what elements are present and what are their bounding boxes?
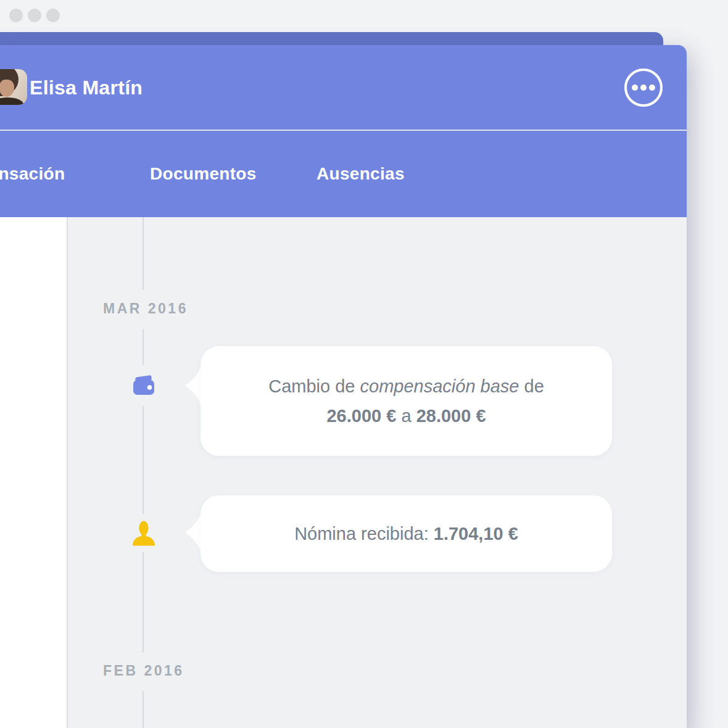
profile-header: Elisa Martín	[0, 45, 687, 130]
event-text-line: Nómina recibida: 1.704,10 €	[294, 519, 518, 548]
more-options-icon	[640, 85, 647, 91]
person-icon	[132, 520, 155, 546]
timeline-month-label: MAR 2016	[103, 300, 188, 317]
avatar-shoulders	[0, 97, 23, 105]
timeline-line	[143, 329, 144, 365]
speech-bubble-tail	[184, 364, 202, 407]
app-window: Elisa Martín Compensación Documentos Aus…	[0, 0, 728, 728]
tab-ausencias[interactable]: Ausencias	[316, 164, 405, 184]
timeline-line	[143, 217, 144, 290]
tab-compensacion[interactable]: Compensación	[0, 164, 65, 184]
timeline-line	[143, 552, 144, 653]
event-text-line: Cambio de compensación base de	[268, 371, 544, 401]
left-sidebar-stub	[0, 217, 68, 728]
avatar	[0, 69, 27, 105]
tab-documentos[interactable]: Documentos	[150, 164, 257, 184]
speech-bubble-tail	[184, 511, 202, 554]
browser-titlebar	[0, 0, 728, 32]
traffic-light-minimize[interactable]	[28, 9, 41, 22]
more-options-icon	[649, 85, 655, 91]
timeline-line	[143, 691, 144, 728]
profile-body	[0, 217, 687, 728]
timeline-panel	[68, 217, 687, 728]
avatar-face	[0, 80, 14, 97]
wallet-icon	[133, 374, 155, 395]
employee-name: Elisa Martín	[30, 76, 143, 99]
timeline-event-card-payroll: Nómina recibida: 1.704,10 €	[201, 495, 612, 572]
timeline-line	[143, 406, 144, 514]
traffic-light-close[interactable]	[9, 9, 23, 22]
event-text-line: 26.000 € a 28.000 €	[326, 401, 486, 431]
profile-tabs: Compensación Documentos Ausencias	[0, 131, 687, 217]
traffic-light-maximize[interactable]	[46, 9, 60, 22]
timeline-event-card-compensation: Cambio de compensación base de 26.000 € …	[201, 346, 612, 456]
more-options-icon	[632, 85, 638, 91]
timeline-month-label: FEB 2016	[103, 663, 184, 679]
employee-profile-card: Elisa Martín Compensación Documentos Aus…	[0, 45, 687, 728]
more-options-button[interactable]	[624, 68, 663, 107]
